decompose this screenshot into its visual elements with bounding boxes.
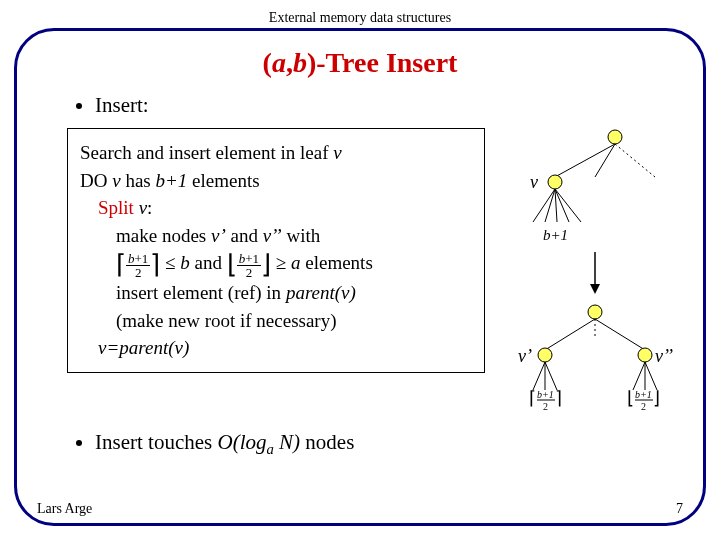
diag-vpp-label: v’’ [655, 346, 673, 366]
svg-line-23 [645, 362, 657, 390]
algo-line-1: Search and insert element in leaf v [80, 139, 472, 167]
algo-l3-colon: : [147, 197, 152, 218]
svg-line-14 [595, 319, 645, 350]
algo-l2-v: v [112, 170, 120, 191]
svg-line-1 [555, 144, 615, 177]
algo-l2-exp: b+1 [155, 170, 187, 191]
algo-l5-geq-a: ≥ a [276, 252, 301, 273]
svg-point-16 [538, 348, 552, 362]
algo-line-3: Split v: [98, 194, 472, 222]
algo-l6-parent: parent(v) [286, 282, 356, 303]
diag-b1: b+1 [543, 227, 568, 243]
algorithm-box: Search and insert element in leaf v DO v… [67, 128, 485, 373]
algo-l5-tail: elements [301, 252, 373, 273]
bullet-list-1: Insert: [55, 93, 675, 118]
algo-l4-vp: v’ [211, 225, 226, 246]
slide-title: (a,b)-Tree Insert [45, 47, 675, 79]
footer-author: Lars Arge [37, 501, 92, 517]
algo-l5-ceil: b+12 [116, 250, 160, 279]
bullet2-b: nodes [305, 430, 354, 454]
diag-v-label: v [530, 172, 538, 192]
svg-line-21 [633, 362, 645, 390]
algo-line-4: make nodes v’ and v’’ with [116, 222, 472, 250]
svg-text:b+1: b+1 [537, 389, 554, 400]
title-comma: , [286, 47, 293, 78]
title-paren-open: ( [263, 47, 272, 78]
algo-line-8: v=parent(v) [98, 334, 472, 362]
svg-line-6 [545, 189, 555, 222]
diag-vp-label: v’ [518, 346, 532, 366]
content-row: Search and insert element in leaf v DO v… [45, 126, 675, 416]
algo-l5-leq-b: ≤ b [165, 252, 190, 273]
algo-l2-has: has [121, 170, 156, 191]
algo-l4-with: with [282, 225, 321, 246]
algo-l3-v: v [139, 197, 147, 218]
diag-ceil-l: ⌈ [529, 388, 536, 408]
algo-l1-v: v [333, 142, 341, 163]
svg-marker-11 [590, 284, 600, 294]
svg-point-0 [608, 130, 622, 144]
svg-line-17 [533, 362, 545, 390]
svg-point-20 [638, 348, 652, 362]
algo-line-2: DO v has b+1 elements [80, 167, 472, 195]
diag-ceil-r: ⌉ [555, 388, 562, 408]
svg-text:2: 2 [543, 401, 548, 412]
algo-l5-mid: and [190, 252, 227, 273]
svg-text:2: 2 [641, 401, 646, 412]
svg-text:b+1: b+1 [635, 389, 652, 400]
svg-line-5 [533, 189, 555, 222]
algo-l3-split: Split [98, 197, 139, 218]
algo-l4-make: make nodes [116, 225, 211, 246]
algo-l2-el: elements [187, 170, 259, 191]
algo-l5-floor: b+12 [227, 250, 271, 279]
split-diagram: v b+1 v’ [495, 122, 675, 416]
bullet-list-2: Insert touches O(loga N) nodes [55, 430, 675, 458]
algo-l1-text: Search and insert element in leaf [80, 142, 333, 163]
algo-l4-and: and [226, 225, 263, 246]
algo-l2-do: DO [80, 170, 112, 191]
complexity-O: O(loga N) [217, 430, 300, 454]
svg-line-19 [545, 362, 557, 390]
svg-line-13 [545, 319, 595, 350]
bullet-insert: Insert: [95, 93, 675, 118]
svg-line-9 [555, 189, 581, 222]
bullet-touches: Insert touches O(loga N) nodes [95, 430, 675, 458]
diag-floor-l: ⌊ [627, 388, 634, 408]
algo-l6-a: insert element (ref) in [116, 282, 286, 303]
bullet2-a: Insert touches [95, 430, 217, 454]
svg-point-4 [548, 175, 562, 189]
algo-line-5: b+12 ≤ b and b+12 ≥ a elements [116, 249, 472, 279]
title-a: a [272, 47, 286, 78]
diagram-svg: v b+1 v’ [495, 122, 675, 412]
footer-page: 7 [676, 501, 683, 517]
svg-line-3 [615, 144, 655, 177]
title-b: b [293, 47, 307, 78]
diag-floor-r: ⌋ [653, 388, 660, 408]
algo-line-7: (make new root if necessary) [116, 307, 472, 335]
algo-l4-vpp: v’’ [263, 225, 282, 246]
title-rest: )-Tree Insert [307, 47, 458, 78]
slide-frame: (a,b)-Tree Insert Insert: Search and ins… [14, 28, 706, 526]
algo-line-6: insert element (ref) in parent(v) [116, 279, 472, 307]
svg-point-12 [588, 305, 602, 319]
slide-header: External memory data structures [0, 0, 720, 26]
